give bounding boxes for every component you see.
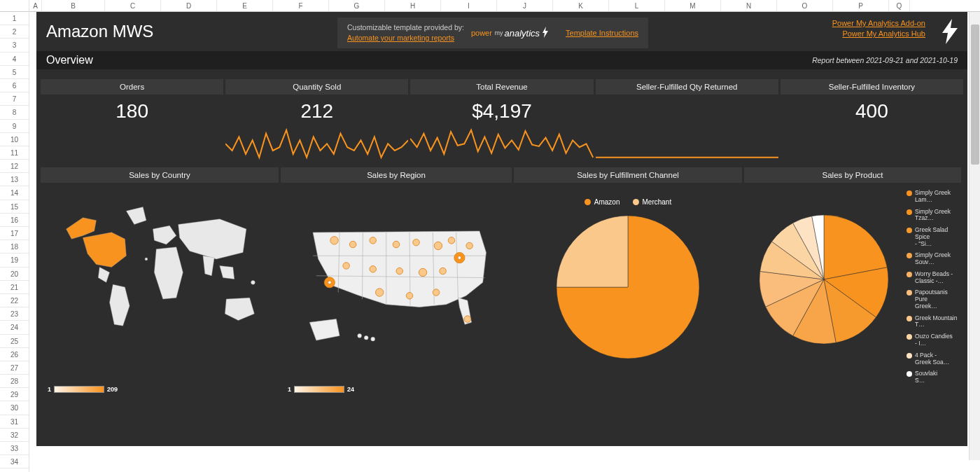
- metric-value: $4,197: [410, 95, 593, 128]
- row-header[interactable]: 34: [0, 455, 29, 468]
- col-header[interactable]: G: [329, 0, 385, 11]
- channel-legend: Amazon Merchant: [519, 198, 736, 206]
- product-pie[interactable]: [754, 209, 894, 349]
- metric-value: [596, 95, 778, 128]
- col-header[interactable]: J: [497, 0, 553, 11]
- row-header[interactable]: 27: [0, 361, 29, 375]
- svg-point-17: [330, 237, 338, 244]
- us-map[interactable]: [286, 188, 506, 356]
- col-header[interactable]: H: [385, 0, 441, 11]
- chart-sales-by-channel: Sales by Fulfillment Channel Amazon Merc…: [514, 167, 742, 400]
- row-header[interactable]: 16: [0, 214, 29, 227]
- row-header[interactable]: 30: [0, 401, 29, 415]
- row-header[interactable]: 26: [0, 348, 29, 361]
- col-header[interactable]: K: [553, 0, 609, 11]
- row-header[interactable]: 31: [0, 415, 29, 429]
- svg-point-31: [406, 293, 413, 300]
- col-header[interactable]: F: [273, 0, 329, 11]
- col-header[interactable]: D: [161, 0, 217, 11]
- provider-logo: power my analytics: [471, 27, 549, 40]
- column-headers[interactable]: ABCDEFGHIJKLMNOPQ: [29, 0, 980, 12]
- row-header[interactable]: 9: [0, 120, 29, 133]
- row-header[interactable]: 32: [0, 429, 29, 442]
- row-header[interactable]: 12: [0, 160, 29, 173]
- col-header[interactable]: N: [721, 0, 777, 11]
- row-header[interactable]: 29: [0, 388, 29, 401]
- row-header[interactable]: 5: [0, 66, 29, 79]
- row-header[interactable]: 21: [0, 281, 29, 294]
- col-header[interactable]: M: [665, 0, 721, 11]
- vertical-scrollbar[interactable]: [969, 12, 980, 460]
- row-header[interactable]: 4: [0, 53, 29, 66]
- row-header[interactable]: 14: [0, 186, 29, 200]
- svg-point-29: [440, 268, 447, 275]
- row-header[interactable]: 15: [0, 200, 29, 214]
- svg-point-32: [433, 289, 440, 296]
- col-header[interactable]: L: [609, 0, 665, 11]
- svg-point-11: [364, 335, 368, 340]
- col-header[interactable]: Q: [889, 0, 910, 11]
- svg-point-33: [464, 316, 471, 323]
- row-header[interactable]: 25: [0, 335, 29, 348]
- world-map[interactable]: [46, 188, 273, 356]
- row-headers[interactable]: 1234567891011121314151617181920212223242…: [0, 0, 29, 472]
- row-header[interactable]: 3: [0, 39, 29, 52]
- col-header[interactable]: C: [105, 0, 161, 11]
- automate-link[interactable]: Automate your marketing reports: [347, 33, 464, 43]
- legend-item: Papoutsanis PureGreek…: [906, 289, 958, 310]
- metric-card: Quantity Sold212: [225, 79, 408, 160]
- svg-point-25: [343, 263, 350, 270]
- brand-bolt-icon: [941, 19, 959, 47]
- row-header[interactable]: 22: [0, 294, 29, 307]
- svg-point-23: [448, 237, 455, 244]
- chart-title: Sales by Fulfillment Channel: [514, 167, 742, 183]
- channel-pie[interactable]: [551, 210, 705, 364]
- chart-title: Sales by Country: [41, 167, 279, 183]
- svg-point-28: [419, 268, 426, 276]
- dashboard: Amazon MWS Customizable template provide…: [36, 12, 967, 446]
- row-header[interactable]: 13: [0, 173, 29, 186]
- row-header[interactable]: 10: [0, 133, 29, 146]
- metric-value: 180: [41, 95, 223, 128]
- metric-label: Seller-Fulfilled Inventory: [780, 79, 963, 95]
- svg-point-22: [434, 242, 442, 249]
- svg-point-14: [328, 281, 331, 284]
- col-header[interactable]: P: [833, 0, 889, 11]
- col-header[interactable]: I: [441, 0, 497, 11]
- template-instructions-link[interactable]: Template Instructions: [566, 29, 638, 37]
- metric-card: Orders180: [41, 79, 223, 160]
- row-header[interactable]: 24: [0, 321, 29, 334]
- row-header[interactable]: 2: [0, 25, 29, 39]
- chart-sales-by-country: Sales by Country: [41, 167, 279, 400]
- row-header[interactable]: 11: [0, 146, 29, 160]
- chart-title: Sales by Region: [281, 167, 512, 183]
- row-header[interactable]: 20: [0, 268, 29, 281]
- row-header[interactable]: 7: [0, 92, 29, 106]
- metric-sparkline: [41, 128, 223, 160]
- template-info-text: Customizable template provided by: Autom…: [347, 22, 464, 43]
- metric-sparkline: [596, 128, 778, 160]
- addon-link[interactable]: Power My Analytics Add-on: [832, 19, 925, 27]
- template-info-box: Customizable template provided by: Autom…: [337, 18, 648, 48]
- col-header[interactable]: O: [777, 0, 833, 11]
- row-header[interactable]: 28: [0, 375, 29, 388]
- row-header[interactable]: 8: [0, 106, 29, 119]
- metric-card: Total Revenue$4,197: [410, 79, 593, 160]
- hub-link[interactable]: Power My Analytics Hub: [832, 29, 925, 38]
- col-header[interactable]: B: [42, 0, 105, 11]
- col-header[interactable]: A: [29, 0, 42, 11]
- metric-label: Quantity Sold: [225, 79, 408, 95]
- col-header[interactable]: E: [217, 0, 273, 11]
- row-header[interactable]: 1: [0, 12, 29, 25]
- row-header[interactable]: 19: [0, 254, 29, 267]
- svg-point-30: [376, 289, 384, 296]
- right-links: Power My Analytics Add-on Power My Analy…: [832, 19, 925, 40]
- scrollbar-thumb[interactable]: [971, 25, 979, 165]
- row-header[interactable]: 17: [0, 227, 29, 240]
- row-header[interactable]: 18: [0, 240, 29, 254]
- row-header[interactable]: 6: [0, 79, 29, 92]
- country-scale: 1 209: [48, 386, 118, 393]
- legend-item: Greek Salad Spice- "Si…: [906, 227, 958, 247]
- row-header[interactable]: 23: [0, 307, 29, 321]
- row-header[interactable]: 33: [0, 442, 29, 455]
